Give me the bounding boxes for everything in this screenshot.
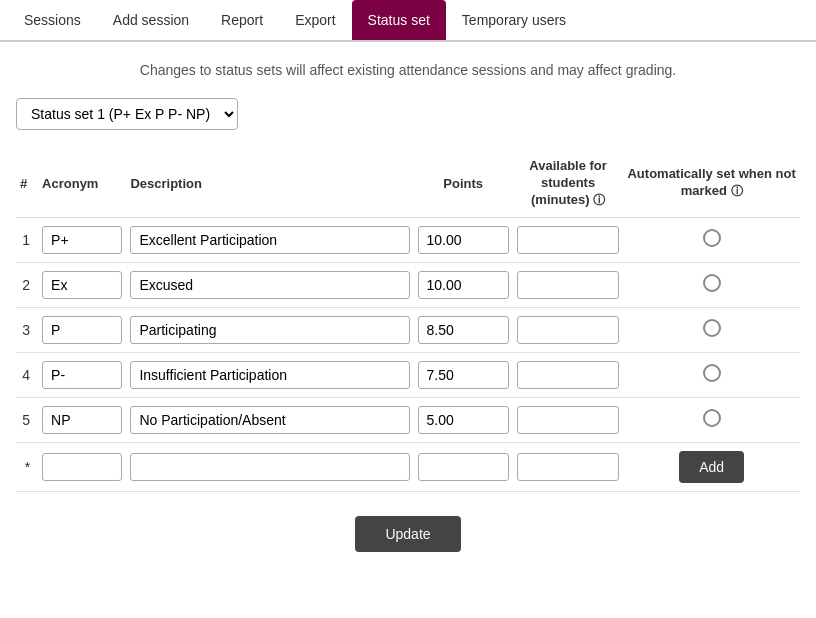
description-input-5[interactable] [130,406,409,434]
nav-tab-report[interactable]: Report [205,0,279,40]
update-button[interactable]: Update [355,516,460,552]
col-header-num: # [16,150,38,217]
row-auto-cell [623,262,800,307]
new-available-input[interactable] [517,453,619,481]
row-acronym-cell [38,217,126,262]
row-num: 2 [16,262,38,307]
description-input-1[interactable] [130,226,409,254]
row-description-cell [126,217,413,262]
new-row: * Add [16,442,800,491]
acronym-input-5[interactable] [42,406,122,434]
available-input-3[interactable] [517,316,619,344]
points-input-3[interactable] [418,316,509,344]
row-available-cell [513,262,623,307]
nav-tab-add-session[interactable]: Add session [97,0,205,40]
acronym-input-1[interactable] [42,226,122,254]
row-description-cell [126,262,413,307]
nav-tab-temporary-users[interactable]: Temporary users [446,0,582,40]
available-input-2[interactable] [517,271,619,299]
row-acronym-cell [38,307,126,352]
auto-radio-5[interactable] [703,409,721,427]
table-row: 4 [16,352,800,397]
row-num: 4 [16,352,38,397]
auto-radio-3[interactable] [703,319,721,337]
description-input-4[interactable] [130,361,409,389]
status-set-dropdown[interactable]: Status set 1 (P+ Ex P P- NP) [16,98,238,130]
available-input-4[interactable] [517,361,619,389]
new-row-acronym-cell [38,442,126,491]
row-description-cell [126,307,413,352]
row-auto-cell [623,397,800,442]
main-content: Changes to status sets will affect exist… [0,42,816,572]
row-points-cell [414,352,513,397]
auto-radio-4[interactable] [703,364,721,382]
acronym-input-3[interactable] [42,316,122,344]
description-input-2[interactable] [130,271,409,299]
row-points-cell [414,262,513,307]
new-row-points-cell [414,442,513,491]
add-button[interactable]: Add [679,451,744,483]
points-input-2[interactable] [418,271,509,299]
row-num: 5 [16,397,38,442]
table-row: 2 [16,262,800,307]
table-row: 5 [16,397,800,442]
new-row-description-cell [126,442,413,491]
points-input-1[interactable] [418,226,509,254]
help-icon-auto: ⓘ [731,184,743,198]
available-input-5[interactable] [517,406,619,434]
notice-text: Changes to status sets will affect exist… [16,62,800,78]
new-description-input[interactable] [130,453,409,481]
row-auto-cell [623,352,800,397]
row-description-cell [126,352,413,397]
row-points-cell [414,217,513,262]
row-description-cell [126,397,413,442]
points-input-5[interactable] [418,406,509,434]
points-input-4[interactable] [418,361,509,389]
row-num: 3 [16,307,38,352]
acronym-input-4[interactable] [42,361,122,389]
available-input-1[interactable] [517,226,619,254]
col-header-available: Available for students (minutes) ⓘ [513,150,623,217]
row-available-cell [513,352,623,397]
description-input-3[interactable] [130,316,409,344]
row-acronym-cell [38,352,126,397]
col-header-points: Points [414,150,513,217]
auto-radio-2[interactable] [703,274,721,292]
auto-radio-1[interactable] [703,229,721,247]
new-row-auto-cell: Add [623,442,800,491]
col-header-acronym: Acronym [38,150,126,217]
status-table: # Acronym Description Points Available f… [16,150,800,492]
row-points-cell [414,307,513,352]
row-auto-cell [623,217,800,262]
row-num: 1 [16,217,38,262]
table-row: 1 [16,217,800,262]
nav-tab-sessions[interactable]: Sessions [8,0,97,40]
new-row-available-cell [513,442,623,491]
nav-tab-export[interactable]: Export [279,0,351,40]
row-available-cell [513,217,623,262]
col-header-auto: Automatically set when not marked ⓘ [623,150,800,217]
acronym-input-2[interactable] [42,271,122,299]
row-acronym-cell [38,397,126,442]
new-row-num: * [16,442,38,491]
nav-tab-status-set[interactable]: Status set [352,0,446,40]
new-points-input[interactable] [418,453,509,481]
row-available-cell [513,307,623,352]
row-available-cell [513,397,623,442]
new-acronym-input[interactable] [42,453,122,481]
table-row: 3 [16,307,800,352]
nav-tabs: SessionsAdd sessionReportExportStatus se… [0,0,816,42]
row-points-cell [414,397,513,442]
col-header-description: Description [126,150,413,217]
row-auto-cell [623,307,800,352]
help-icon-available: ⓘ [593,193,605,207]
row-acronym-cell [38,262,126,307]
